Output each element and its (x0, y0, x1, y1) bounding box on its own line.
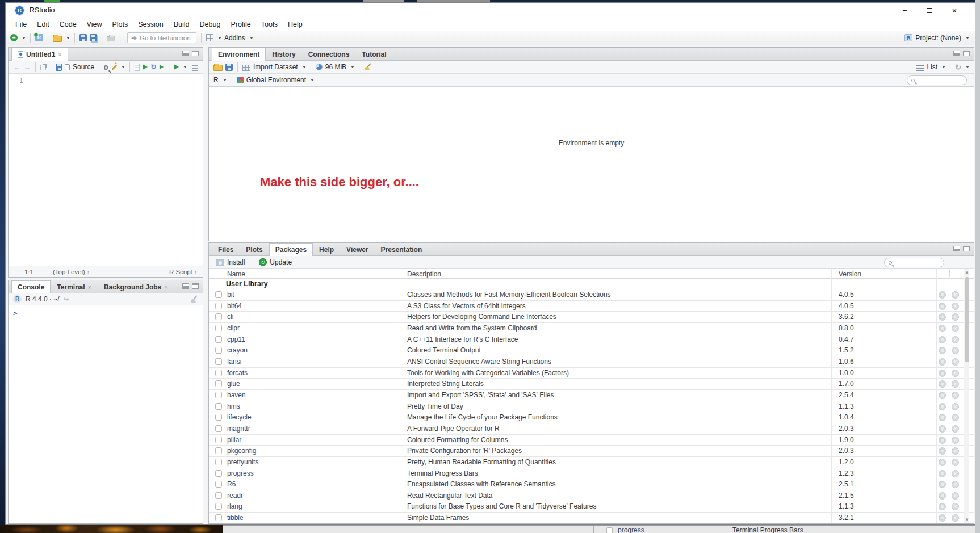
packages-search-input[interactable] (894, 258, 940, 267)
menu-item-debug[interactable]: Debug (195, 20, 226, 28)
column-name[interactable]: Name (227, 270, 245, 278)
memory-usage-label[interactable]: 96 MiB (325, 63, 346, 71)
close-tab-icon[interactable]: × (87, 284, 91, 291)
tab-background-jobs[interactable]: Background Jobs× (98, 280, 174, 293)
packages-search-box[interactable] (884, 258, 944, 267)
scope-selector[interactable]: (Top Level) ↕ (53, 268, 90, 275)
package-remove-icon[interactable]: × (952, 425, 959, 433)
new-project-icon[interactable]: R (35, 34, 43, 41)
menu-item-tools[interactable]: Tools (256, 20, 283, 28)
package-website-icon[interactable] (939, 437, 946, 444)
package-remove-icon[interactable]: × (952, 459, 959, 466)
addins-dropdown-caret[interactable] (250, 37, 253, 41)
new-file-icon[interactable]: + (10, 34, 18, 41)
package-name-link[interactable]: cli (227, 313, 233, 321)
package-remove-icon[interactable]: × (952, 358, 959, 366)
package-remove-icon[interactable]: × (952, 403, 959, 410)
package-website-icon[interactable] (939, 514, 946, 522)
package-name-link[interactable]: readr (227, 492, 243, 500)
update-button[interactable]: ↻ Update (257, 258, 294, 266)
package-checkbox[interactable] (215, 425, 222, 432)
tab-plots[interactable]: Plots (240, 243, 269, 255)
memory-usage-icon[interactable] (316, 64, 323, 70)
package-name-link[interactable]: cpp11 (227, 335, 245, 343)
tab-environment[interactable]: Environment (212, 48, 266, 61)
maximize-pane-icon[interactable] (192, 283, 199, 289)
tab-presentation[interactable]: Presentation (375, 243, 429, 255)
column-version[interactable]: Version (839, 270, 861, 278)
goto-file-function-box[interactable]: ➜ (127, 32, 196, 43)
maximize-pane-icon[interactable] (963, 51, 970, 56)
package-checkbox[interactable] (215, 313, 222, 320)
list-view-caret[interactable] (942, 66, 945, 70)
package-remove-icon[interactable]: × (952, 481, 959, 488)
clear-environment-icon[interactable] (364, 63, 372, 71)
environment-search-box[interactable] (907, 75, 967, 85)
package-website-icon[interactable] (939, 347, 946, 354)
package-checkbox[interactable] (215, 403, 222, 410)
package-name-link[interactable]: tibble (227, 514, 244, 522)
close-button[interactable]: × (942, 3, 967, 18)
minimize-pane-icon[interactable] (182, 51, 189, 56)
new-file-dropdown-caret[interactable] (22, 37, 26, 41)
back-icon[interactable]: ← (13, 63, 20, 72)
package-remove-icon[interactable]: × (952, 380, 959, 388)
package-checkbox[interactable] (215, 347, 222, 354)
find-replace-icon[interactable] (104, 65, 108, 70)
package-checkbox[interactable] (215, 503, 222, 510)
console-input-area[interactable]: > (9, 305, 203, 317)
language-selector[interactable]: R (213, 76, 219, 84)
menu-item-session[interactable]: Session (133, 20, 168, 28)
close-tab-icon[interactable]: × (58, 51, 61, 58)
code-tools-caret[interactable] (122, 66, 125, 70)
package-remove-icon[interactable]: × (952, 492, 959, 500)
save-icon[interactable] (79, 34, 87, 41)
package-remove-icon[interactable]: × (952, 303, 959, 310)
package-remove-icon[interactable]: × (952, 347, 959, 354)
import-dataset-icon[interactable] (242, 65, 250, 71)
package-website-icon[interactable] (939, 492, 946, 500)
import-dataset-caret[interactable] (303, 66, 306, 70)
package-website-icon[interactable] (939, 470, 946, 477)
source-script-icon[interactable] (174, 64, 179, 70)
package-name-link[interactable]: R6 (227, 480, 236, 488)
list-view-selector[interactable]: List (927, 63, 937, 71)
package-checkbox[interactable] (215, 291, 222, 298)
maximize-button[interactable] (917, 3, 942, 18)
popout-icon[interactable] (40, 65, 46, 70)
scroll-down-icon[interactable]: ▼ (965, 517, 969, 522)
package-website-icon[interactable] (939, 481, 946, 488)
addins-menu[interactable]: Addins (224, 34, 245, 42)
language-caret[interactable] (223, 79, 227, 83)
tab-packages[interactable]: Packages (269, 243, 313, 256)
scroll-up-icon[interactable]: ▲ (965, 270, 969, 275)
package-checkbox[interactable] (215, 514, 222, 521)
refresh-caret[interactable] (966, 66, 969, 70)
document-outline-icon[interactable] (192, 65, 198, 71)
project-selector[interactable]: Project: (None) (915, 34, 961, 42)
maximize-pane-icon[interactable] (963, 246, 970, 251)
r-version-label[interactable]: R 4.4.0 · ~/ (26, 295, 60, 303)
package-name-link[interactable]: bit (227, 291, 234, 299)
package-checkbox[interactable] (215, 481, 222, 488)
package-website-icon[interactable] (939, 503, 946, 510)
package-website-icon[interactable] (939, 392, 946, 399)
package-checkbox[interactable] (215, 470, 222, 477)
open-file-dropdown-caret[interactable] (66, 37, 70, 41)
goto-file-function-input[interactable] (140, 35, 191, 41)
list-view-icon[interactable] (916, 65, 924, 71)
tab-tutorial[interactable]: Tutorial (355, 48, 392, 60)
tab-files[interactable]: Files (212, 243, 240, 255)
menu-item-code[interactable]: Code (55, 20, 82, 28)
source-script-caret[interactable] (183, 66, 187, 70)
menu-item-build[interactable]: Build (169, 20, 195, 28)
package-remove-icon[interactable]: × (952, 313, 959, 321)
package-checkbox[interactable] (215, 414, 222, 421)
minimize-button[interactable]: – (892, 3, 917, 18)
session-link-icon[interactable]: ↪ (64, 295, 69, 303)
package-name-link[interactable]: forcats (227, 369, 248, 377)
minimize-pane-icon[interactable] (953, 51, 960, 56)
package-name-link[interactable]: hms (227, 402, 240, 410)
package-checkbox[interactable] (215, 325, 222, 331)
rerun-icon[interactable]: ↻ (150, 63, 156, 71)
